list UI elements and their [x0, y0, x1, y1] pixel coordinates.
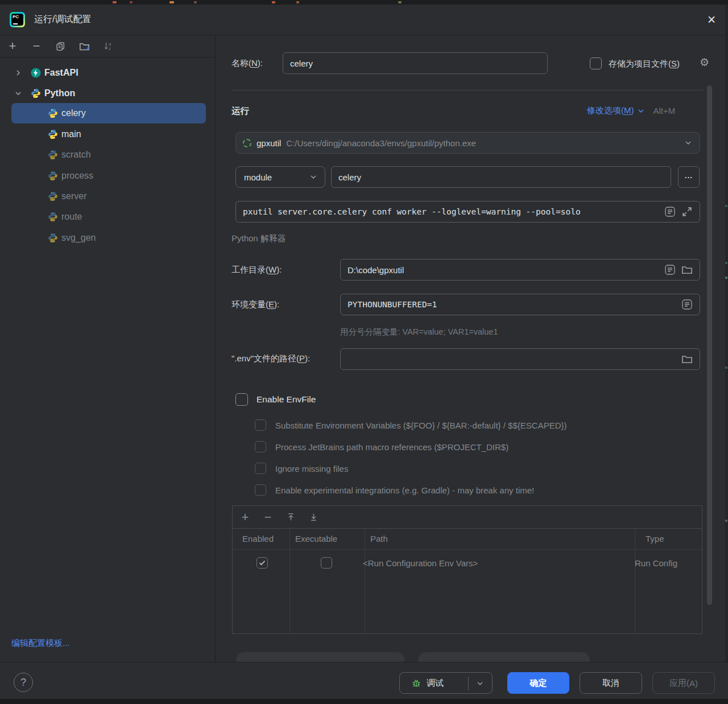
working-directory-label: 工作目录(W):	[231, 265, 282, 275]
background-bottom-strip	[0, 699, 728, 704]
sidebar-item-main[interactable]: main	[0, 124, 215, 145]
debug-split-button[interactable]: 调试	[399, 672, 493, 694]
tree-item-label: server	[61, 191, 86, 201]
sidebar-item-python[interactable]: Python	[0, 83, 215, 104]
chevron-down-icon	[309, 172, 318, 182]
browse-module-button[interactable]: ...	[678, 166, 700, 188]
chevron-right-icon[interactable]	[14, 68, 23, 77]
module-name-value: celery	[338, 172, 664, 182]
environment-variables-label: 环境变量(E):	[231, 299, 279, 310]
config-list-toolbar: + − a z	[0, 35, 215, 57]
column-header-path[interactable]: Path	[370, 534, 388, 544]
move-up-icon[interactable]	[285, 512, 296, 523]
chevron-down-icon	[636, 106, 646, 116]
add-icon[interactable]: +	[239, 512, 251, 523]
close-icon[interactable]: ×	[702, 10, 721, 28]
column-header-executable[interactable]: Executable	[295, 534, 337, 544]
environment-variables-input[interactable]: PYTHONUNBUFFERED=1	[340, 294, 700, 315]
remove-icon[interactable]: −	[31, 40, 42, 52]
env-vars-hint: 用分号分隔变量: VAR=value; VAR1=value1	[340, 327, 498, 337]
column-header-enabled[interactable]: Enabled	[242, 534, 274, 544]
move-down-icon[interactable]	[308, 512, 319, 523]
chevron-down-icon	[684, 138, 693, 147]
chevron-down-icon[interactable]	[475, 679, 485, 688]
environment-variables-value: PYTHONUNBUFFERED=1	[348, 300, 676, 309]
section-divider	[231, 90, 703, 90]
name-label: 名称(N):	[231, 58, 263, 69]
modify-options-link[interactable]: 修改选项(M)	[587, 105, 634, 116]
tree-item-label: Python	[44, 88, 75, 98]
experimental-integrations-checkbox[interactable]	[255, 484, 266, 496]
enable-envfile-checkbox[interactable]	[235, 393, 248, 406]
column-divider	[365, 529, 365, 633]
dialog-footer: ? 调试 确定 取消 应用(A)	[0, 662, 728, 699]
row-path[interactable]: <Run Configuration Env Vars>	[363, 558, 478, 568]
envfile-path-input[interactable]	[340, 348, 700, 370]
python-icon	[31, 88, 41, 98]
sort-alpha-icon[interactable]: a z	[102, 40, 114, 52]
name-input[interactable]: celery	[283, 52, 548, 74]
row-executable-checkbox[interactable]	[321, 557, 332, 569]
tree-item-label: celery	[61, 108, 86, 118]
sidebar-item-process[interactable]: process	[0, 166, 215, 186]
working-directory-input[interactable]: D:\code\gpxutil	[340, 259, 700, 281]
ignore-missing-files-checkbox[interactable]	[255, 463, 266, 474]
envfile-table-toolbar: + −	[233, 506, 702, 529]
remove-icon[interactable]: −	[262, 512, 274, 523]
python-icon	[48, 108, 58, 118]
working-directory-value: D:\code\gpxutil	[348, 265, 659, 275]
module-name-input[interactable]: celery	[331, 166, 671, 188]
interpreter-env-name: gpxutil	[257, 138, 281, 148]
modify-options-control[interactable]: 修改选项(M) Alt+M	[587, 105, 675, 116]
row-type[interactable]: Run Config	[635, 558, 677, 568]
sidebar-item-server[interactable]: server	[0, 186, 215, 207]
split-divider	[468, 677, 469, 690]
ignore-missing-files-label: Ignore missing files	[275, 464, 348, 474]
edit-configuration-templates-link[interactable]: 编辑配置模板...	[11, 638, 70, 649]
expand-field-icon[interactable]	[681, 206, 693, 217]
new-folder-icon[interactable]	[78, 40, 90, 52]
row-enabled-checkbox[interactable]	[257, 557, 268, 569]
help-icon[interactable]: ?	[14, 673, 33, 692]
column-divider	[289, 529, 290, 633]
target-type-select[interactable]: module	[235, 166, 325, 188]
tree-item-label: main	[61, 129, 81, 139]
name-value: celery	[290, 59, 540, 68]
sidebar-item-celery[interactable]: celery	[0, 103, 215, 123]
ok-button[interactable]: 确定	[507, 672, 569, 694]
background-window-sliver	[0, 0, 728, 5]
envfile-table: + − Enabled Executable Path Type <Run Co…	[232, 505, 702, 634]
sidebar-item-svg-gen[interactable]: svg_gen	[0, 228, 215, 248]
store-as-project-file-label: 存储为项目文件(S)	[609, 59, 680, 69]
pycharm-logo-icon: PC	[10, 12, 25, 27]
macros-list-icon[interactable]	[664, 264, 676, 275]
python-icon	[48, 233, 58, 243]
run-section-title: 运行	[231, 105, 249, 117]
sidebar-item-fastapi[interactable]: FastAPI	[0, 63, 215, 83]
envfile-path-label: ".env"文件的路径(P):	[231, 353, 310, 364]
interpreter-select[interactable]: gpxutil C:/Users/dingj/anaconda3/envs/gp…	[235, 132, 700, 154]
add-icon[interactable]: +	[7, 40, 18, 52]
apply-button[interactable]: 应用(A)	[652, 672, 715, 694]
store-as-project-file-checkbox[interactable]	[590, 57, 602, 69]
cancel-button[interactable]: 取消	[580, 672, 642, 694]
sidebar-item-scratch[interactable]: scratch	[0, 145, 215, 165]
chevron-down-icon[interactable]	[14, 89, 23, 98]
parameters-input[interactable]: pxutil_server.core.celery_conf worker --…	[235, 201, 700, 223]
fastapi-icon	[31, 68, 41, 78]
browse-folder-icon[interactable]	[681, 264, 693, 275]
substitute-env-vars-checkbox[interactable]	[255, 419, 266, 431]
variables-list-icon[interactable]	[664, 206, 676, 217]
python-icon	[48, 212, 58, 222]
vertical-scrollbar[interactable]	[707, 85, 712, 605]
browse-folder-icon[interactable]	[681, 353, 693, 365]
copy-icon[interactable]	[55, 40, 66, 52]
edit-env-vars-icon[interactable]	[681, 299, 693, 310]
sidebar-item-route[interactable]: route	[0, 207, 215, 227]
bug-icon	[411, 678, 421, 688]
python-icon	[48, 129, 58, 139]
column-header-type[interactable]: Type	[646, 534, 664, 544]
process-path-macro-checkbox[interactable]	[255, 441, 266, 452]
tree-item-label: route	[61, 212, 82, 222]
gear-icon[interactable]: ⚙	[700, 56, 709, 69]
